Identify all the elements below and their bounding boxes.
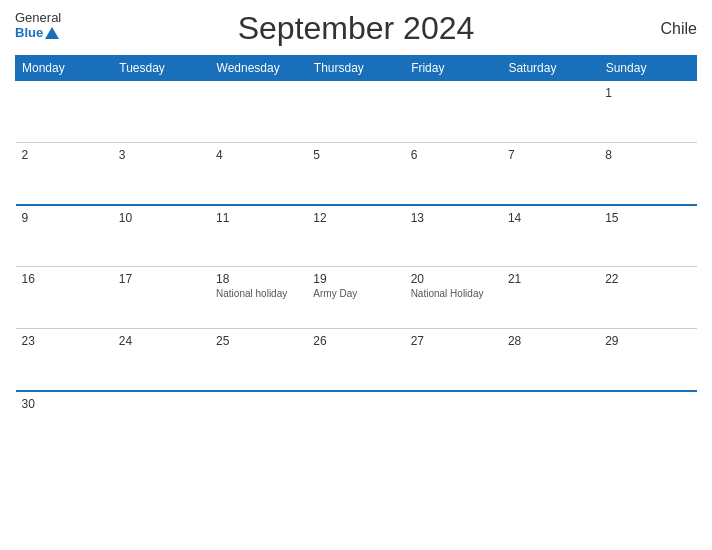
day-number: 8 — [605, 148, 690, 162]
calendar-container: General Blue September 2024 Chile Monday… — [0, 0, 712, 550]
week-row-2: 2345678 — [16, 143, 697, 205]
day-number: 6 — [411, 148, 496, 162]
calendar-cell: 10 — [113, 205, 210, 267]
calendar-cell — [210, 391, 307, 446]
calendar-cell: 15 — [599, 205, 696, 267]
day-number: 15 — [605, 211, 690, 225]
calendar-cell — [405, 81, 502, 143]
month-title: September 2024 — [238, 10, 475, 47]
calendar-header: General Blue September 2024 Chile — [15, 10, 697, 47]
week-row-3: 9101112131415 — [16, 205, 697, 267]
header-friday: Friday — [405, 56, 502, 81]
day-number: 21 — [508, 272, 593, 286]
weekday-header-row: Monday Tuesday Wednesday Thursday Friday… — [16, 56, 697, 81]
calendar-cell — [210, 81, 307, 143]
calendar-cell — [307, 81, 404, 143]
calendar-cell — [113, 81, 210, 143]
calendar-cell: 28 — [502, 329, 599, 391]
calendar-cell: 8 — [599, 143, 696, 205]
calendar-cell: 7 — [502, 143, 599, 205]
day-number: 30 — [22, 397, 107, 411]
day-number: 4 — [216, 148, 301, 162]
day-number: 11 — [216, 211, 301, 225]
calendar-cell: 5 — [307, 143, 404, 205]
day-number: 23 — [22, 334, 107, 348]
calendar-cell: 2 — [16, 143, 113, 205]
week-row-6: 30 — [16, 391, 697, 446]
day-event: National holiday — [216, 288, 301, 300]
header-monday: Monday — [16, 56, 113, 81]
header-thursday: Thursday — [307, 56, 404, 81]
calendar-cell — [16, 81, 113, 143]
day-number: 19 — [313, 272, 398, 286]
calendar-cell: 23 — [16, 329, 113, 391]
country-label: Chile — [661, 20, 697, 38]
day-number: 27 — [411, 334, 496, 348]
header-wednesday: Wednesday — [210, 56, 307, 81]
calendar-cell: 20National Holiday — [405, 267, 502, 329]
calendar-cell: 21 — [502, 267, 599, 329]
calendar-cell: 25 — [210, 329, 307, 391]
calendar-cell: 19Army Day — [307, 267, 404, 329]
header-saturday: Saturday — [502, 56, 599, 81]
day-number: 26 — [313, 334, 398, 348]
calendar-cell — [599, 391, 696, 446]
calendar-cell — [307, 391, 404, 446]
day-number: 12 — [313, 211, 398, 225]
calendar-cell: 6 — [405, 143, 502, 205]
calendar-cell: 18National holiday — [210, 267, 307, 329]
calendar-cell — [405, 391, 502, 446]
calendar-cell: 22 — [599, 267, 696, 329]
day-number: 18 — [216, 272, 301, 286]
week-row-5: 23242526272829 — [16, 329, 697, 391]
header-sunday: Sunday — [599, 56, 696, 81]
day-number: 20 — [411, 272, 496, 286]
calendar-cell: 26 — [307, 329, 404, 391]
calendar-cell — [502, 81, 599, 143]
calendar-cell — [113, 391, 210, 446]
calendar-cell: 29 — [599, 329, 696, 391]
logo-triangle-icon — [45, 27, 59, 39]
day-number: 9 — [22, 211, 107, 225]
calendar-cell: 16 — [16, 267, 113, 329]
day-number: 24 — [119, 334, 204, 348]
calendar-cell: 24 — [113, 329, 210, 391]
day-event: Army Day — [313, 288, 398, 300]
logo-blue-text: Blue — [15, 25, 43, 40]
calendar-cell: 13 — [405, 205, 502, 267]
calendar-cell: 14 — [502, 205, 599, 267]
header-tuesday: Tuesday — [113, 56, 210, 81]
calendar-table: Monday Tuesday Wednesday Thursday Friday… — [15, 55, 697, 446]
logo-general-text: General — [15, 10, 61, 25]
day-number: 28 — [508, 334, 593, 348]
day-number: 17 — [119, 272, 204, 286]
day-number: 7 — [508, 148, 593, 162]
calendar-cell: 3 — [113, 143, 210, 205]
day-number: 22 — [605, 272, 690, 286]
calendar-cell: 11 — [210, 205, 307, 267]
calendar-cell: 12 — [307, 205, 404, 267]
day-number: 25 — [216, 334, 301, 348]
logo: General Blue — [15, 10, 61, 40]
day-number: 3 — [119, 148, 204, 162]
week-row-1: 1 — [16, 81, 697, 143]
week-row-4: 161718National holiday19Army Day20Nation… — [16, 267, 697, 329]
day-number: 16 — [22, 272, 107, 286]
calendar-cell: 4 — [210, 143, 307, 205]
calendar-cell: 17 — [113, 267, 210, 329]
day-number: 2 — [22, 148, 107, 162]
calendar-cell: 30 — [16, 391, 113, 446]
day-number: 10 — [119, 211, 204, 225]
day-number: 5 — [313, 148, 398, 162]
day-number: 13 — [411, 211, 496, 225]
day-number: 1 — [605, 86, 690, 100]
calendar-cell — [502, 391, 599, 446]
day-number: 14 — [508, 211, 593, 225]
day-number: 29 — [605, 334, 690, 348]
calendar-cell: 1 — [599, 81, 696, 143]
calendar-cell: 9 — [16, 205, 113, 267]
calendar-cell: 27 — [405, 329, 502, 391]
day-event: National Holiday — [411, 288, 496, 300]
